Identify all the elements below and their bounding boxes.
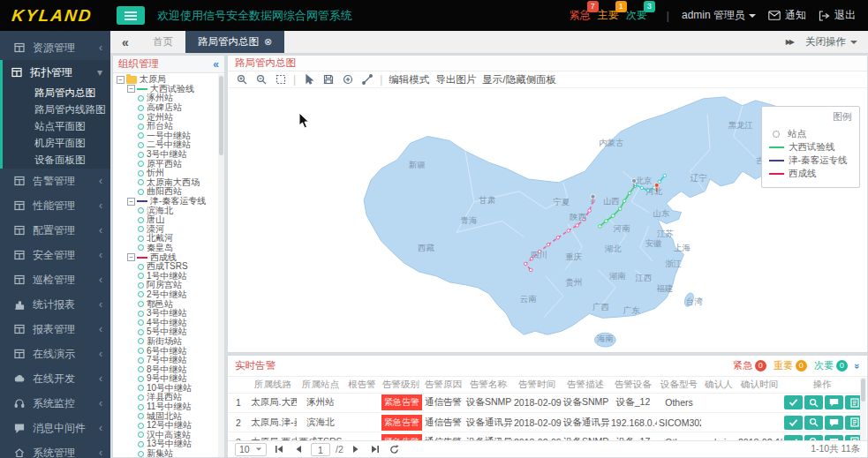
header-alarm-counter[interactable]: 紧急7 <box>570 8 591 23</box>
sidebar-item-统计报表[interactable]: 统计报表‹ <box>3 292 110 317</box>
grid-icon <box>14 250 26 261</box>
fit-icon[interactable] <box>274 73 287 86</box>
logout-icon <box>819 11 830 21</box>
station-marker[interactable] <box>663 174 667 177</box>
sidebar-item-资源管理[interactable]: 资源管理‹ <box>3 35 110 60</box>
prev-page-button[interactable] <box>291 443 306 456</box>
sidebar-submenu: 路局管内总图路局管内线路图站点平面图机房平面图设备面板图 <box>3 85 110 169</box>
cloud-icon <box>14 373 26 385</box>
detail-search-button[interactable] <box>804 395 823 409</box>
zoom-in-icon[interactable] <box>235 73 248 86</box>
log-button[interactable] <box>845 395 860 409</box>
page-size-select[interactable]: 10 <box>235 443 267 456</box>
refresh-button[interactable] <box>388 443 402 456</box>
tab-首页[interactable]: 首页 <box>140 31 185 53</box>
sidebar-subitem-路局管内总图[interactable]: 路局管内总图 <box>3 85 110 101</box>
sidebar-subitem-路局管内线路图[interactable]: 路局管内线路图 <box>3 101 110 118</box>
sidebar-item-巡检管理[interactable]: 巡检管理‹ <box>3 267 110 292</box>
sidebar-item-告警管理[interactable]: 告警管理‹ <box>3 169 110 193</box>
map-tool-导出图片[interactable]: 导出图片 <box>435 73 476 86</box>
station-marker[interactable] <box>640 186 644 190</box>
tree-node-新集站[interactable]: 新集站 <box>113 449 224 457</box>
log-button[interactable] <box>845 416 860 430</box>
station-marker[interactable] <box>605 220 608 223</box>
collapse-alarm-panel-icon[interactable]: » <box>852 363 863 368</box>
close-tab-icon[interactable]: ⊗ <box>264 36 272 48</box>
tree-collapse-toggle[interactable]: − <box>117 76 125 84</box>
sidebar-item-在线开发[interactable]: 在线开发‹ <box>3 366 110 391</box>
first-page-button[interactable] <box>272 443 286 456</box>
station-marker[interactable] <box>588 209 592 213</box>
station-marker[interactable] <box>576 224 579 228</box>
tree-scrollbar[interactable] <box>218 74 224 458</box>
station-marker[interactable] <box>658 180 661 184</box>
cursor-icon[interactable] <box>302 73 315 86</box>
cell-time: 2018-02-09 <box>512 394 562 413</box>
user-menu[interactable]: admin 管理员 <box>682 8 756 23</box>
header-alarm-counter[interactable]: 主要1 <box>598 8 619 23</box>
sidebar-item-系统监控[interactable]: 系统监控‹ <box>3 391 110 416</box>
sidebar-subitem-设备面板图[interactable]: 设备面板图 <box>3 152 110 169</box>
notifications-button[interactable]: 通知 <box>768 8 806 23</box>
station-marker[interactable] <box>556 237 560 240</box>
line-icon[interactable] <box>360 73 374 86</box>
circle-plus-icon[interactable] <box>341 73 354 86</box>
province-label-青海: 青海 <box>461 215 478 225</box>
logout-button[interactable]: 退出 <box>819 8 856 23</box>
sidebar-subitem-机房平面图[interactable]: 机房平面图 <box>3 135 110 152</box>
zoom-out-icon[interactable] <box>254 73 268 86</box>
sidebar-item-安全管理[interactable]: 安全管理‹ <box>3 243 110 267</box>
page-number-input[interactable]: 1 <box>311 443 330 456</box>
header-alarm-counter[interactable]: 次要3 <box>626 8 647 23</box>
comment-button[interactable] <box>825 416 843 430</box>
province-label-江西: 江西 <box>635 273 653 282</box>
station-marker[interactable] <box>623 199 626 203</box>
station-marker[interactable] <box>611 214 615 218</box>
tab-路局管内总图[interactable]: 路局管内总图⊗ <box>185 31 284 53</box>
map-tool-编辑模式[interactable]: 编辑模式 <box>389 73 429 86</box>
alarm-table-scrollbar[interactable] <box>860 378 866 443</box>
table-row[interactable]: 2太原局.津-秦滨海北紧急告警通信告警设备通讯异2018-02-09设备通讯异1… <box>228 413 862 432</box>
station-marker[interactable] <box>547 243 550 246</box>
sidebar-item-消息中间件[interactable]: 消息中间件‹ <box>3 416 110 440</box>
comment-button[interactable] <box>825 395 843 409</box>
sidebar-item-在线演示[interactable]: 在线演示‹ <box>3 342 110 366</box>
sidebar-item-报表管理[interactable]: 报表管理‹ <box>3 317 110 342</box>
confirm-check-button[interactable] <box>784 416 803 430</box>
tree-collapse-toggle[interactable]: − <box>127 85 135 93</box>
station-icon <box>138 404 144 410</box>
last-page-button[interactable] <box>368 443 382 456</box>
station-marker[interactable] <box>628 191 631 195</box>
menu-toggle-button[interactable] <box>117 6 145 25</box>
station-marker[interactable] <box>618 207 622 211</box>
line-legend-swatch <box>769 146 784 148</box>
confirm-check-button[interactable] <box>784 395 803 409</box>
collapse-panel-icon[interactable]: « <box>213 58 219 71</box>
tree-collapse-toggle[interactable]: − <box>127 198 135 206</box>
detail-search-button[interactable] <box>804 416 823 430</box>
station-marker[interactable] <box>524 262 527 266</box>
map-tool-显示/隐藏侧面板[interactable]: 显示/隐藏侧面板 <box>482 73 556 86</box>
station-icon <box>138 329 144 335</box>
station-marker[interactable] <box>567 229 570 233</box>
tabs-scroll-left-button[interactable]: « <box>110 31 140 53</box>
line-legend-swatch <box>769 160 784 161</box>
table-row[interactable]: 1太原局.大西涿州站紧急告警通信告警设备SNMP异2018-02-09设备SNM… <box>228 394 862 413</box>
sidebar-subitem-站点平面图[interactable]: 站点平面图 <box>3 118 110 135</box>
sidebar-item-系统管理[interactable]: 系统管理‹ <box>3 440 110 458</box>
tree-node-滨海北[interactable]: 滨海北 <box>113 206 224 215</box>
sidebar-group: 消息中间件‹ <box>0 416 110 440</box>
sidebar-item-性能管理[interactable]: 性能管理‹ <box>3 193 110 218</box>
save-icon[interactable] <box>321 73 335 86</box>
cell-confirm-time <box>736 394 782 413</box>
close-operations-dropdown[interactable]: 关闭操作 <box>805 35 857 49</box>
next-page-button[interactable] <box>349 443 363 456</box>
sidebar-item-拓扑管理[interactable]: 拓扑管理▾ <box>3 60 110 85</box>
station-marker[interactable] <box>529 268 532 272</box>
tree-node-原平西站[interactable]: 原平西站 <box>113 159 224 169</box>
tree-collapse-toggle[interactable]: − <box>127 253 135 261</box>
station-marker[interactable] <box>599 225 602 229</box>
map-canvas[interactable]: 黑龙江内蒙古吉林辽宁北京河北山西山东新疆甘肃宁夏青海西藏陕西河南江苏安徽上海湖北… <box>228 88 868 352</box>
sidebar-item-配置管理[interactable]: 配置管理‹ <box>3 218 110 243</box>
tabs-scroll-right-icon[interactable]: ▶▶ <box>786 38 793 46</box>
